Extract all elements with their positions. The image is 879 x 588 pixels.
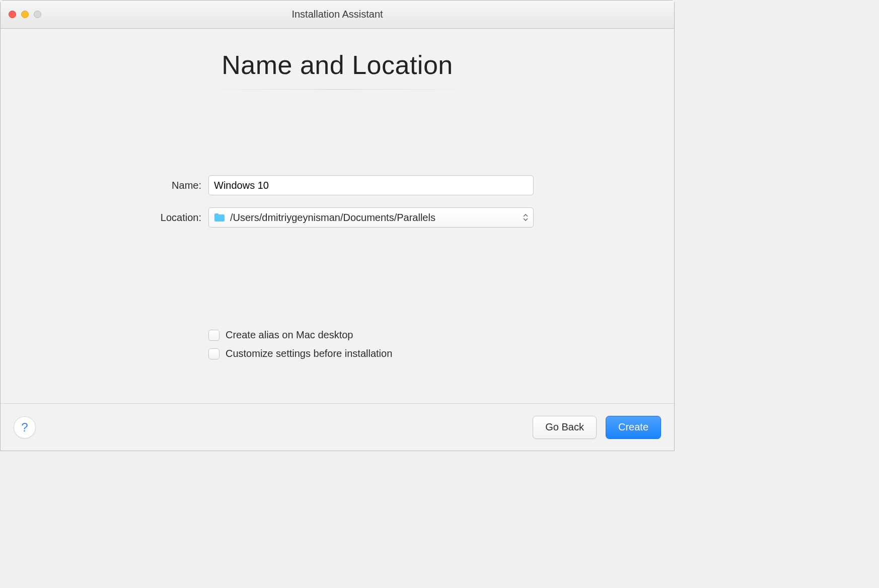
create-alias-row: Create alias on Mac desktop (208, 329, 534, 341)
minimize-icon[interactable] (21, 11, 29, 18)
window-title: Installation Assistant (1, 9, 674, 20)
location-label: Location: (141, 212, 201, 224)
name-row: Name: (141, 175, 534, 195)
folder-icon (214, 213, 225, 222)
go-back-button[interactable]: Go Back (533, 416, 597, 439)
customize-row: Customize settings before installation (208, 348, 534, 359)
location-select[interactable]: /Users/dmitriygeynisman/Documents/Parall… (208, 207, 534, 228)
create-label: Create (618, 421, 648, 433)
help-button[interactable]: ? (14, 416, 36, 438)
create-button[interactable]: Create (606, 416, 661, 439)
help-icon: ? (21, 420, 28, 434)
page-title: Name and Location (222, 50, 453, 80)
installation-assistant-window: Installation Assistant Name and Location… (0, 0, 675, 451)
location-row: Location: /Users/dmitriygeynisman/Docume… (141, 207, 534, 228)
maximize-icon (34, 11, 41, 18)
form: Name: Location: /Users/dmitriygeynisman/… (141, 175, 534, 240)
content: Name and Location Name: Location: /Users… (1, 29, 674, 403)
close-icon[interactable] (9, 11, 16, 18)
create-alias-label: Create alias on Mac desktop (226, 329, 353, 341)
create-alias-checkbox[interactable] (208, 330, 219, 341)
customize-checkbox[interactable] (208, 348, 219, 359)
location-value: /Users/dmitriygeynisman/Documents/Parall… (230, 212, 435, 224)
name-label: Name: (141, 180, 201, 191)
name-input[interactable] (208, 175, 534, 195)
customize-label: Customize settings before installation (226, 348, 392, 359)
titlebar: Installation Assistant (1, 1, 674, 29)
traffic-lights (9, 11, 41, 18)
footer: ? Go Back Create (1, 403, 674, 451)
options: Create alias on Mac desktop Customize se… (141, 329, 534, 366)
chevron-up-down-icon (523, 214, 528, 221)
go-back-label: Go Back (545, 421, 584, 433)
divider (196, 89, 478, 90)
